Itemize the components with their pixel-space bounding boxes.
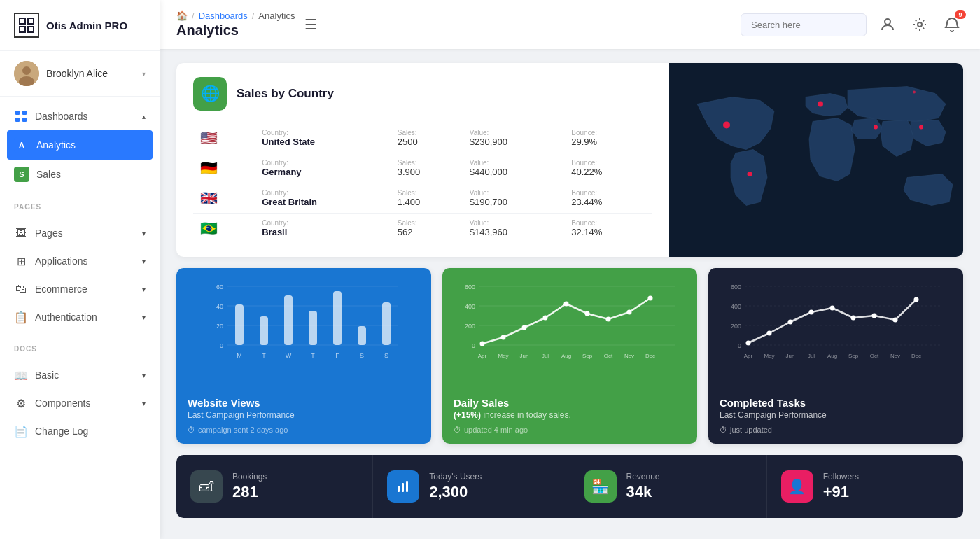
- today-users-label: Today's Users: [429, 472, 482, 482]
- sidebar-item-applications[interactable]: ⊞ Applications ▾: [0, 247, 160, 275]
- svg-point-58: [648, 296, 653, 301]
- sidebar-item-ecommerce[interactable]: 🛍 Ecommerce ▾: [0, 275, 160, 303]
- sidebar-logo: Otis Admin PRO: [0, 0, 160, 51]
- sidebar-item-changelog[interactable]: 📄 Change Log: [0, 417, 160, 445]
- daily-sales-card: 600 400 200 0: [442, 268, 697, 444]
- svg-point-11: [885, 19, 890, 24]
- sidebar-item-analytics[interactable]: A Analytics: [7, 130, 153, 160]
- sidebar-user[interactable]: Brooklyn Alice ▾: [0, 51, 160, 97]
- user-chevron-icon: ▾: [142, 70, 146, 78]
- breadcrumb-current: Analytics: [258, 10, 295, 21]
- svg-text:Oct: Oct: [604, 353, 613, 359]
- svg-text:400: 400: [731, 303, 741, 310]
- svg-rect-10: [22, 118, 27, 122]
- daily-sales-chart: 600 400 200 0: [454, 279, 686, 377]
- svg-text:60: 60: [216, 284, 223, 290]
- revenue-label: Revenue: [626, 472, 660, 482]
- svg-rect-94: [398, 486, 400, 492]
- svg-text:S: S: [360, 352, 364, 359]
- dashboards-label: Dashboards: [35, 111, 135, 122]
- svg-text:0: 0: [220, 342, 223, 349]
- header-left: 🏠 / Dashboards / Analytics Analytics ☰: [176, 10, 317, 38]
- notifications-icon[interactable]: 9: [941, 13, 963, 36]
- svg-text:Nov: Nov: [890, 353, 900, 359]
- analytics-label: Analytics: [36, 139, 146, 150]
- sidebar-item-basic[interactable]: 📖 Basic ▾: [0, 361, 160, 389]
- search-input[interactable]: [741, 13, 867, 36]
- sidebar: Otis Admin PRO Brooklyn Alice ▾ Dashboar: [0, 0, 160, 539]
- applications-icon: ⊞: [14, 254, 28, 268]
- table-row: 🇩🇪 Country: Germany Sales: 3.900 Value: …: [193, 153, 652, 183]
- pages-icon: 🖼: [14, 226, 28, 240]
- completed-tasks-chart-area: 600 400 200 0: [708, 268, 963, 387]
- website-views-time: ⏱ campaign sent 2 days ago: [188, 426, 420, 434]
- stat-revenue-text: Revenue 34k: [626, 472, 660, 501]
- svg-point-54: [564, 302, 569, 307]
- dashboards-icon: [14, 109, 28, 123]
- svg-point-18: [919, 125, 923, 130]
- svg-text:May: May: [498, 353, 508, 359]
- main-area: 🏠 / Dashboards / Analytics Analytics ☰: [160, 0, 980, 539]
- svg-text:Sep: Sep: [848, 353, 859, 359]
- svg-text:Apr: Apr: [744, 353, 753, 359]
- basic-icon: 📖: [14, 368, 28, 382]
- svg-point-14: [723, 122, 730, 129]
- card-header: 🌐 Sales by Country: [193, 77, 652, 111]
- svg-rect-32: [333, 291, 342, 345]
- page-title: Analytics: [176, 22, 295, 38]
- hamburger-icon[interactable]: ☰: [304, 16, 317, 33]
- sidebar-item-sales[interactable]: S Sales: [0, 160, 160, 189]
- authentication-icon: 📋: [14, 310, 28, 324]
- avatar: [14, 61, 39, 86]
- svg-text:0: 0: [738, 342, 741, 349]
- website-views-card: 60 40 20 0 M T: [176, 268, 431, 444]
- sidebar-item-pages[interactable]: 🖼 Pages ▾: [0, 219, 160, 247]
- table-row: 🇧🇷 Country: Brasil Sales: 562 Value: $14…: [193, 214, 652, 244]
- svg-rect-7: [15, 111, 20, 115]
- svg-rect-9: [15, 118, 20, 122]
- settings-icon[interactable]: [909, 13, 931, 36]
- sidebar-item-components[interactable]: ⚙ Components ▾: [0, 389, 160, 417]
- notification-badge-count: 9: [955, 10, 966, 19]
- svg-rect-34: [382, 302, 391, 345]
- svg-rect-29: [260, 316, 268, 345]
- svg-point-53: [543, 316, 548, 321]
- authentication-chevron-icon: ▾: [142, 314, 146, 321]
- sidebar-item-authentication[interactable]: 📋 Authentication ▾: [0, 303, 160, 331]
- svg-rect-28: [235, 304, 244, 345]
- table-row: 🇺🇸 Country: United State Sales: 2500 Val…: [193, 123, 652, 153]
- website-views-info: Website Views Last Campaign Performance …: [176, 387, 431, 444]
- completed-tasks-time: ⏱ just updated: [720, 426, 952, 434]
- svg-point-84: [914, 298, 919, 302]
- app-name: Otis Admin PRO: [46, 20, 127, 31]
- clock-icon-3: ⏱: [720, 426, 727, 434]
- website-views-subtitle: Last Campaign Performance: [188, 410, 420, 420]
- completed-tasks-chart: 600 400 200 0: [720, 279, 952, 377]
- logo-icon: [14, 13, 39, 38]
- sidebar-item-dashboards[interactable]: Dashboards ▴: [0, 102, 160, 130]
- page-title-group: 🏠 / Dashboards / Analytics Analytics: [176, 10, 295, 38]
- svg-rect-33: [358, 326, 366, 345]
- svg-text:May: May: [764, 353, 774, 359]
- svg-text:Apr: Apr: [478, 353, 487, 359]
- pages-label: Pages: [35, 227, 135, 239]
- charts-row: 60 40 20 0 M T: [176, 268, 963, 444]
- stat-followers: 👤 Followers +91: [767, 455, 963, 518]
- svg-text:Sep: Sep: [582, 353, 593, 359]
- svg-text:600: 600: [465, 284, 475, 290]
- user-profile-icon[interactable]: [876, 13, 899, 36]
- svg-rect-1: [28, 18, 34, 24]
- nav-docs-section: 📖 Basic ▾ ⚙ Components ▾ 📄 Change Log: [0, 356, 160, 451]
- globe-icon: 🌐: [193, 77, 227, 111]
- svg-point-12: [918, 22, 922, 27]
- website-views-chart-area: 60 40 20 0 M T: [176, 268, 431, 387]
- stat-today-users: Today's Users 2,300: [373, 455, 570, 518]
- clock-icon: ⏱: [188, 426, 195, 434]
- header: 🏠 / Dashboards / Analytics Analytics ☰: [160, 0, 980, 49]
- svg-point-82: [872, 314, 877, 318]
- svg-text:M: M: [237, 352, 242, 359]
- analytics-badge: A: [14, 137, 29, 153]
- svg-rect-0: [20, 18, 25, 24]
- basic-label: Basic: [35, 370, 135, 381]
- breadcrumb-dashboards[interactable]: Dashboards: [199, 10, 248, 21]
